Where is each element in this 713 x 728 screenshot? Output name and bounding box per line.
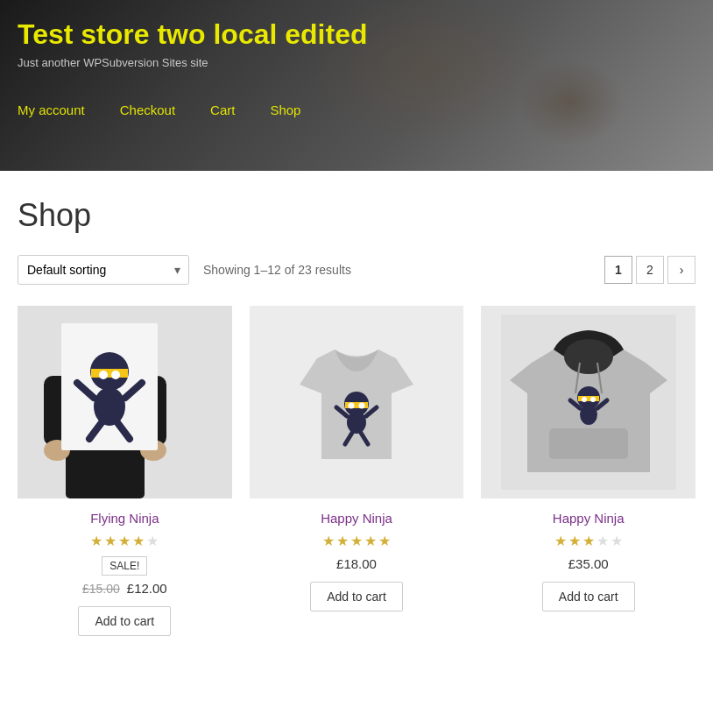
product-details: Happy Ninja ★ ★ ★ ★ ★ £35.00 Add to cart [481, 511, 695, 611]
svg-rect-8 [91, 369, 128, 378]
product-details: Happy Ninja ★ ★ ★ ★ ★ £18.00 Add to cart [250, 511, 464, 611]
star-3: ★ [582, 533, 595, 549]
star-3: ★ [350, 533, 363, 549]
page-1[interactable]: 1 [604, 256, 632, 284]
svg-point-32 [582, 397, 587, 402]
star-4: ★ [132, 533, 145, 549]
svg-point-26 [564, 339, 613, 374]
site-header: Test store two local edited Just another… [0, 0, 713, 171]
svg-point-19 [358, 403, 364, 409]
svg-point-9 [99, 371, 108, 379]
price-wrapper: £15.00 £12.00 [82, 581, 167, 596]
product-image-happy-ninja-hoodie[interactable] [481, 306, 695, 498]
product-rating: ★ ★ ★ ★ ★ [322, 533, 391, 549]
star-5: ★ [378, 533, 391, 549]
sort-select[interactable]: Default sorting Sort by popularity Sort … [18, 255, 189, 285]
svg-point-10 [111, 371, 120, 379]
product-name[interactable]: Flying Ninja [90, 511, 159, 526]
shop-toolbar: Default sorting Sort by popularity Sort … [18, 255, 695, 285]
svg-point-34 [580, 404, 597, 425]
add-to-cart-button[interactable]: Add to cart [78, 606, 171, 636]
product-rating: ★ ★ ★ ★ ★ [90, 533, 159, 549]
nav-my-account[interactable]: My account [18, 95, 102, 124]
svg-point-33 [590, 397, 596, 402]
product-rating: ★ ★ ★ ★ ★ [554, 533, 623, 549]
page-next[interactable]: › [667, 256, 695, 284]
product-card: Flying Ninja ★ ★ ★ ★ ★ SALE! £15.00 £12.… [18, 306, 232, 650]
star-4: ★ [364, 533, 377, 549]
add-to-cart-button[interactable]: Add to cart [310, 582, 403, 611]
toolbar-left: Default sorting Sort by popularity Sort … [18, 255, 351, 285]
svg-point-11 [94, 387, 125, 426]
star-1: ★ [554, 533, 567, 549]
site-title: Test store two local edited [18, 18, 695, 51]
product-name[interactable]: Happy Ninja [321, 511, 392, 526]
star-3: ★ [118, 533, 131, 549]
results-count: Showing 1–12 of 23 results [203, 263, 351, 277]
site-tagline: Just another WPSubversion Sites site [18, 56, 695, 69]
price-new: £12.00 [127, 581, 167, 596]
nav-shop[interactable]: Shop [270, 95, 318, 124]
main-navigation: My account Checkout Cart Shop [18, 95, 695, 124]
sort-wrapper: Default sorting Sort by popularity Sort … [18, 255, 189, 285]
pagination: 1 2 › [604, 256, 695, 284]
price-old: £15.00 [82, 582, 120, 596]
product-grid: Flying Ninja ★ ★ ★ ★ ★ SALE! £15.00 £12.… [18, 306, 695, 650]
star-2: ★ [104, 533, 116, 549]
star-5: ★ [611, 533, 623, 549]
svg-point-20 [347, 411, 366, 434]
sale-badge: SALE! [102, 556, 147, 576]
svg-rect-27 [549, 428, 628, 459]
product-name[interactable]: Happy Ninja [553, 511, 625, 526]
star-4: ★ [597, 533, 609, 549]
star-1: ★ [322, 533, 335, 549]
star-5: ★ [146, 533, 159, 549]
main-content: Shop Default sorting Sort by popularity … [0, 171, 713, 668]
star-2: ★ [568, 533, 581, 549]
tshirt-svg [300, 341, 413, 463]
hoodie-svg [501, 315, 676, 490]
star-2: ★ [336, 533, 349, 549]
svg-point-18 [348, 403, 354, 409]
price-single: £35.00 [568, 556, 609, 571]
price-single: £18.00 [336, 556, 377, 571]
product-image-flying-ninja[interactable] [18, 306, 232, 498]
product-card: Happy Ninja ★ ★ ★ ★ ★ £18.00 Add to cart [250, 306, 464, 650]
nav-checkout[interactable]: Checkout [120, 95, 193, 124]
product-image-happy-ninja-tshirt[interactable] [250, 306, 464, 498]
add-to-cart-button[interactable]: Add to cart [542, 582, 635, 611]
page-title: Shop [18, 197, 695, 234]
product-card: Happy Ninja ★ ★ ★ ★ ★ £35.00 Add to cart [481, 306, 695, 650]
product-details: Flying Ninja ★ ★ ★ ★ ★ SALE! £15.00 £12.… [18, 511, 232, 636]
svg-rect-31 [578, 396, 599, 401]
nav-cart[interactable]: Cart [210, 95, 252, 124]
star-1: ★ [90, 533, 102, 549]
page-2[interactable]: 2 [636, 256, 664, 284]
